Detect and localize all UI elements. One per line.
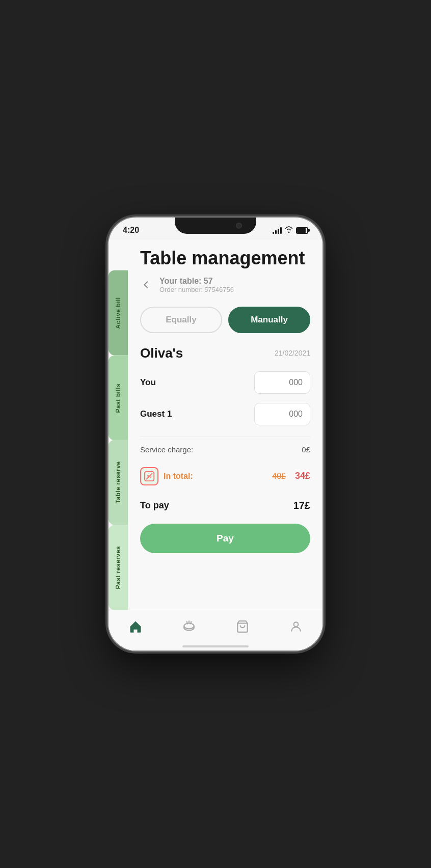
bill-header: Oliva's 21/02/2021 (140, 345, 310, 361)
svg-point-8 (293, 622, 298, 627)
table-number: Your table: 57 (159, 277, 234, 286)
status-icons (273, 223, 308, 234)
main-content: Table management Your table: 57 Order nu… (128, 240, 322, 650)
back-button[interactable] (140, 278, 154, 292)
divider (140, 437, 310, 437)
total-label: In total: (164, 472, 267, 481)
svg-point-3 (184, 623, 194, 629)
home-icon (128, 619, 143, 634)
guest-label-you: You (140, 377, 156, 388)
guest-label-1: Guest 1 (140, 409, 172, 419)
sidebar-item-past-bills[interactable]: Past bills (109, 356, 128, 441)
manually-button[interactable]: Manually (228, 307, 310, 333)
guest-row-you: You (140, 371, 310, 394)
discount-icon: % (140, 467, 158, 485)
svg-line-5 (186, 621, 187, 623)
total-discounted: 34£ (295, 471, 310, 481)
nav-item-food[interactable] (176, 614, 202, 639)
service-charge-label: Service charge: (140, 445, 193, 454)
amount-input-guest1[interactable] (254, 403, 310, 425)
sidebar-item-active-bill[interactable]: Active bill (109, 270, 128, 356)
food-icon (182, 620, 196, 633)
service-charge-row: Service charge: 0£ (140, 445, 310, 454)
sidebar: Active bill Past bills Table reserve Pas… (109, 270, 128, 610)
amount-input-you[interactable] (254, 371, 310, 394)
total-row: % In total: 40£ 34£ (140, 462, 310, 491)
nav-item-home[interactable] (123, 614, 148, 639)
to-pay-label: To pay (140, 500, 169, 511)
nav-item-profile[interactable] (283, 614, 309, 639)
back-chevron-icon (144, 281, 151, 288)
bill-date: 21/02/2021 (275, 349, 310, 357)
page-title: Table management (140, 248, 310, 268)
screen: Active bill Past bills Table reserve Pas… (109, 240, 322, 650)
bottom-nav (109, 610, 322, 650)
restaurant-name: Oliva's (140, 345, 183, 361)
sidebar-item-table-reserve[interactable]: Table reserve (109, 440, 128, 525)
svg-line-6 (191, 621, 191, 623)
status-time: 4:20 (123, 223, 139, 235)
to-pay-row: To pay 17£ (140, 500, 310, 511)
profile-icon (289, 620, 303, 633)
order-number: Order number: 57546756 (159, 286, 234, 293)
cart-icon (236, 620, 249, 633)
pay-button[interactable]: Pay (140, 524, 310, 553)
to-pay-value: 17£ (293, 500, 310, 511)
split-toggle: Equally Manually (140, 307, 310, 333)
sidebar-item-past-reserves[interactable]: Past reserves (109, 525, 128, 610)
total-original: 40£ (272, 472, 286, 481)
signal-icon (273, 227, 282, 234)
service-charge-value: 0£ (302, 445, 310, 454)
camera (236, 223, 242, 229)
nav-item-cart[interactable] (230, 614, 255, 639)
equally-button[interactable]: Equally (140, 307, 222, 333)
table-info: Your table: 57 Order number: 57546756 (159, 277, 234, 293)
home-indicator (182, 645, 249, 647)
notch (175, 218, 256, 234)
nav-row: Your table: 57 Order number: 57546756 (140, 277, 310, 293)
wifi-icon (285, 226, 293, 234)
phone-shell: 4:20 Active bill Past (109, 218, 322, 650)
guest-row-1: Guest 1 (140, 403, 310, 425)
battery-icon (296, 227, 308, 234)
